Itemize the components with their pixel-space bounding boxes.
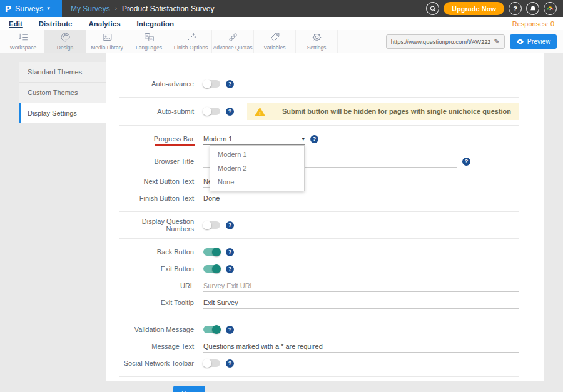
browser-title-label: Browser Title bbox=[119, 158, 194, 165]
browser-title-help-icon[interactable]: ? bbox=[462, 158, 470, 166]
media-library-icon bbox=[102, 32, 113, 44]
tab-analytics[interactable]: Analytics bbox=[88, 20, 120, 28]
responses-count[interactable]: Responses: 0 bbox=[512, 20, 554, 28]
auto-submit-row: Auto-submit ? ! Submit button will be hi… bbox=[119, 103, 519, 120]
upgrade-now-button[interactable]: Upgrade Now bbox=[444, 2, 504, 15]
social-network-toolbar-help-icon[interactable]: ? bbox=[226, 359, 234, 368]
exit-button-help-icon[interactable]: ? bbox=[226, 265, 234, 273]
warning-text: Submit button will be hidden for pages w… bbox=[273, 108, 511, 115]
toolbar-item-advance-quotas[interactable]: Advance Quotas bbox=[212, 30, 254, 53]
dropdown-option-none[interactable]: None bbox=[210, 175, 304, 189]
finish-options-icon bbox=[186, 32, 196, 44]
back-button-row: Back Button ? bbox=[119, 244, 519, 260]
toolbar-item-settings[interactable]: Settings bbox=[296, 30, 338, 53]
toolbar-item-languages[interactable]: aA Languages bbox=[128, 30, 170, 53]
auto-submit-warning: ! Submit button will be hidden for pages… bbox=[247, 103, 519, 120]
message-text-input[interactable] bbox=[203, 340, 519, 353]
sidebar-item-standard-themes[interactable]: Standard Themes bbox=[19, 62, 106, 83]
svg-text:!: ! bbox=[259, 110, 261, 116]
exit-button-row: Exit Button ? bbox=[119, 261, 519, 277]
search-icon[interactable] bbox=[426, 2, 439, 15]
validation-message-toggle[interactable] bbox=[203, 326, 220, 333]
back-button-toggle[interactable] bbox=[203, 248, 220, 256]
performance-gauge-icon[interactable] bbox=[544, 2, 557, 15]
toolbar-item-design[interactable]: Design bbox=[44, 30, 86, 53]
validation-message-row: Validation Message ? bbox=[119, 321, 519, 338]
tab-edit[interactable]: Edit bbox=[9, 20, 23, 28]
eye-icon bbox=[516, 38, 524, 46]
dropdown-option-modern-2[interactable]: Modern 2 bbox=[210, 161, 304, 175]
exit-button-toggle[interactable] bbox=[203, 265, 220, 273]
sidebar-item-display-settings[interactable]: Display Settings bbox=[19, 103, 106, 123]
breadcrumb-current: Product Satisfaction Survey bbox=[122, 4, 214, 13]
breadcrumb-parent[interactable]: My Surveys bbox=[71, 4, 110, 13]
display-question-numbers-row: Display Question Numbers ? bbox=[119, 217, 519, 233]
auto-submit-toggle[interactable] bbox=[203, 108, 220, 115]
social-network-toolbar-label: Social Network Toolbar bbox=[119, 359, 194, 367]
display-question-numbers-label: Display Question Numbers bbox=[119, 218, 194, 233]
auto-submit-label: Auto-submit bbox=[119, 108, 194, 115]
exit-tooltip-label: Exit Tooltip bbox=[119, 299, 194, 306]
settings-icon bbox=[312, 32, 322, 44]
divider bbox=[119, 238, 519, 239]
social-network-toolbar-toggle[interactable] bbox=[203, 359, 220, 367]
annotation-red-underline bbox=[155, 144, 195, 146]
divider bbox=[119, 376, 519, 377]
divider bbox=[119, 316, 519, 316]
notifications-bell-icon[interactable] bbox=[526, 2, 539, 15]
svg-text:a: a bbox=[146, 34, 148, 38]
sidebar-item-custom-themes[interactable]: Custom Themes bbox=[19, 83, 106, 103]
survey-url: https://www.questionpro.com/t/AW22Zh44 bbox=[391, 38, 490, 45]
product-name: Surveys bbox=[15, 4, 43, 13]
auto-submit-help-icon[interactable]: ? bbox=[226, 108, 234, 116]
variables-icon bbox=[270, 32, 280, 44]
toolbar-item-workspace[interactable]: Workspace bbox=[3, 30, 44, 53]
product-switcher[interactable]: P Surveys ▾ bbox=[0, 0, 62, 17]
auto-advance-row: Auto-advance ? bbox=[119, 76, 519, 92]
auto-advance-label: Auto-advance bbox=[119, 80, 194, 88]
preview-button[interactable]: Preview bbox=[510, 34, 557, 49]
questionpro-logo-icon: P bbox=[5, 4, 11, 13]
breadcrumb-separator-icon: › bbox=[115, 5, 117, 12]
progress-bar-row: Progress Bar Modern 1 ▾ ? Modern 1 Moder… bbox=[119, 131, 519, 147]
edit-url-pencil-icon[interactable]: ✎ bbox=[494, 38, 499, 46]
back-button-label: Back Button bbox=[119, 248, 194, 256]
exit-tooltip-input[interactable] bbox=[203, 296, 519, 309]
tab-distribute[interactable]: Distribute bbox=[39, 20, 73, 28]
topbar-actions: Upgrade Now ? bbox=[426, 0, 563, 17]
finish-button-text-input[interactable] bbox=[203, 192, 305, 204]
dropdown-option-modern-1[interactable]: Modern 1 bbox=[210, 148, 304, 161]
module-nav: Edit Distribute Analytics Integration Re… bbox=[0, 17, 563, 30]
design-sidebar: Standard Themes Custom Themes Display Se… bbox=[19, 62, 106, 392]
exit-url-label: URL bbox=[119, 282, 194, 289]
next-button-text-row: Next Button Text bbox=[119, 173, 519, 189]
finish-button-text-label: Finish Button Text bbox=[119, 194, 194, 202]
validation-message-label: Validation Message bbox=[119, 326, 194, 333]
message-text-row: Message Text bbox=[119, 338, 519, 354]
toolbar-item-finish-options[interactable]: Finish Options bbox=[170, 30, 212, 53]
exit-url-input[interactable] bbox=[203, 279, 519, 292]
toolbar-item-media-library[interactable]: Media Library bbox=[86, 30, 128, 53]
display-settings-panel: Auto-advance ? Auto-submit ? ! Submit bu… bbox=[106, 53, 544, 381]
exit-button-label: Exit Button bbox=[119, 265, 194, 273]
toolbar-item-variables[interactable]: Variables bbox=[254, 30, 296, 53]
survey-url-box[interactable]: https://www.questionpro.com/t/AW22Zh44 ✎ bbox=[386, 34, 505, 49]
breadcrumb: My Surveys › Product Satisfaction Survey bbox=[62, 0, 214, 17]
auto-advance-help-icon[interactable]: ? bbox=[226, 80, 234, 88]
divider bbox=[119, 97, 519, 98]
display-question-numbers-toggle[interactable] bbox=[203, 221, 220, 229]
top-bar: P Surveys ▾ My Surveys › Product Satisfa… bbox=[0, 0, 563, 17]
progress-bar-select[interactable]: Modern 1 ▾ bbox=[203, 133, 305, 145]
exit-tooltip-row: Exit Tooltip bbox=[119, 294, 519, 311]
display-question-numbers-help-icon[interactable]: ? bbox=[226, 221, 234, 229]
progress-bar-help-icon[interactable]: ? bbox=[310, 135, 318, 143]
progress-bar-dropdown: Modern 1 Modern 2 None bbox=[210, 145, 305, 191]
help-icon[interactable]: ? bbox=[509, 2, 522, 15]
back-button-help-icon[interactable]: ? bbox=[226, 248, 234, 256]
auto-advance-toggle[interactable] bbox=[203, 80, 220, 88]
save-button[interactable]: Save bbox=[173, 386, 205, 392]
progress-bar-label: Progress Bar bbox=[119, 135, 194, 143]
advance-quotas-icon bbox=[228, 32, 238, 44]
tab-integration[interactable]: Integration bbox=[137, 20, 174, 28]
validation-message-help-icon[interactable]: ? bbox=[226, 326, 234, 334]
